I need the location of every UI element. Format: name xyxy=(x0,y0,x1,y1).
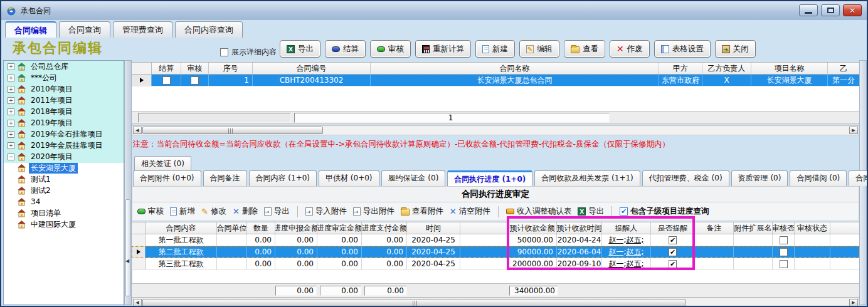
scroll-right-icon[interactable]: ▶ xyxy=(849,127,858,134)
new-button[interactable]: 新建 xyxy=(475,40,515,58)
col-name[interactable]: 合同名称 xyxy=(371,63,659,74)
tree-item-test1[interactable]: 测试1 xyxy=(4,174,124,185)
contract-row[interactable]: 1 CBHT200413302 长安湖景大厦总包合同 东营市政府 X 长安湖景大… xyxy=(132,75,859,86)
splitter-thumb[interactable] xyxy=(125,199,130,296)
clear-attachment-button[interactable]: 清空附件 xyxy=(450,206,490,217)
expand-icon[interactable] xyxy=(8,142,14,149)
col-party-a[interactable]: 甲方 xyxy=(659,63,702,74)
collapse-icon[interactable] xyxy=(8,154,14,160)
tree-item-2018[interactable]: 2018年项目 xyxy=(4,106,124,117)
tab-execution-progress[interactable]: 合同执行进度 (1+0) xyxy=(447,170,532,186)
col-seq[interactable]: 序号 xyxy=(209,63,253,74)
col-declared[interactable]: 进度申报金额 xyxy=(275,222,317,234)
tab-remarks[interactable]: 合同备注 xyxy=(203,170,247,186)
tree-item-2011[interactable]: 2011年项目 xyxy=(4,95,124,106)
tree-item-company[interactable]: ***公司 xyxy=(4,72,124,83)
tree-item-2019-jinchen[interactable]: 2019年金辰挂靠项目 xyxy=(4,140,124,151)
col-reminder[interactable]: 提醒人 xyxy=(602,222,651,234)
settle-button[interactable]: 结算 xyxy=(325,40,366,58)
col-note[interactable]: 备注 xyxy=(695,222,734,234)
export-attachment-button[interactable]: 导出附件 xyxy=(353,206,394,217)
tree-item-test2[interactable]: 测试2 xyxy=(4,185,124,196)
tab-signatures[interactable]: 相关签证 (0) xyxy=(134,156,191,170)
tree-item-2020[interactable]: 2020年项目 xyxy=(4,151,124,162)
import-attachment-button[interactable]: 导入附件 xyxy=(305,206,347,217)
contract-grid-hscrollbar[interactable]: ◀ ▶ xyxy=(132,125,859,135)
include-children-option[interactable]: 包含子级项目进度查询 xyxy=(620,206,709,217)
maximize-button[interactable] xyxy=(821,4,840,16)
tree-item-34[interactable]: 34 xyxy=(4,196,124,207)
tab-reminder[interactable]: 合同提醒 (0) xyxy=(849,170,868,186)
col-remind-flag[interactable]: 是否提醒 xyxy=(651,222,695,234)
income-adjust-button[interactable]: 收入调整确认表 xyxy=(506,206,572,217)
tree-splitter[interactable]: ◀ xyxy=(124,60,132,305)
tab-contract-query[interactable]: 合同查询 xyxy=(59,21,110,38)
tab-withheld-fees[interactable]: 代扣管理费、税金 (0) xyxy=(642,170,729,186)
audit-button[interactable]: 审核 xyxy=(370,40,411,58)
tree-item-warehouse[interactable]: 公司总仓库 xyxy=(4,61,124,72)
tab-contract-content-query[interactable]: 合同内容查询 xyxy=(175,21,243,38)
expand-icon[interactable] xyxy=(8,97,14,104)
remind-checkbox[interactable] xyxy=(669,236,677,244)
col-expected-amount[interactable]: 预计收款金额 xyxy=(508,222,557,234)
col-expected-date[interactable]: 预计收款时间 xyxy=(557,222,602,234)
remind-checkbox[interactable] xyxy=(669,248,677,256)
close-page-button[interactable]: 关闭 xyxy=(715,40,756,58)
progress-export-button[interactable]: 导出 xyxy=(264,206,290,217)
col-qty[interactable]: 数量 xyxy=(247,222,275,234)
close-button[interactable]: ✕ xyxy=(843,4,862,16)
export-button[interactable]: 导出 xyxy=(280,40,320,58)
tab-performance-bond[interactable]: 履约保证金 (0) xyxy=(381,170,446,186)
tab-contract-edit[interactable]: 合同编辑 xyxy=(5,21,56,38)
tab-receipts-invoices[interactable]: 合同收款及相关发票 (1+1) xyxy=(534,170,640,186)
col-project[interactable]: 项目名称 xyxy=(751,63,828,74)
table-settings-button[interactable]: 表格设置 xyxy=(654,40,711,58)
col-date[interactable]: 时间 xyxy=(407,222,460,234)
progress-modify-button[interactable]: 修改 xyxy=(201,206,226,217)
col-approved[interactable]: 进度审定金额 xyxy=(317,222,362,234)
col-content[interactable]: 合同内容 xyxy=(146,222,217,234)
progress-audit-button[interactable]: 审核 xyxy=(137,206,164,217)
expand-icon[interactable] xyxy=(8,108,14,115)
col-audit[interactable]: 审核 xyxy=(181,63,209,74)
tab-borrowing[interactable]: 合同借阅 (0) xyxy=(790,170,847,186)
scroll-left-icon[interactable]: ◀ xyxy=(133,127,142,134)
void-button[interactable]: 作废 xyxy=(610,40,650,58)
include-children-checkbox[interactable] xyxy=(620,207,628,216)
expand-icon[interactable] xyxy=(8,120,14,127)
show-detail-option[interactable]: 展示详细内容 xyxy=(220,47,277,58)
audited-checkbox[interactable] xyxy=(780,236,788,244)
settle-checkbox[interactable] xyxy=(162,76,171,85)
progress-row-3[interactable]: 第三批工程款 0.00 0.00 0.00 0.00 2020-04-25 20… xyxy=(132,258,859,270)
col-paid[interactable]: 进度支付金额 xyxy=(362,222,407,234)
minimize-button[interactable] xyxy=(799,4,818,16)
audited-checkbox[interactable] xyxy=(780,248,788,256)
col-code[interactable]: 合同编号 xyxy=(253,63,371,74)
col-party-b-manager[interactable]: 乙方负责人 xyxy=(702,63,751,74)
tree-item-2019-jinshi[interactable]: 2019年金石挂靠项目 xyxy=(4,128,124,140)
expand-icon[interactable] xyxy=(8,75,14,81)
col-ext[interactable]: 附件扩展名 xyxy=(734,222,773,234)
progress-add-button[interactable]: 新增 xyxy=(170,206,195,217)
excel-export-button[interactable]: 导出 xyxy=(578,206,604,217)
col-audited[interactable]: 审核否 xyxy=(773,222,795,234)
tab-mgmt-fee-query[interactable]: 管理费查询 xyxy=(113,21,172,38)
tree-item-changan[interactable]: 长安湖景大厦 xyxy=(4,162,124,174)
audit-checkbox[interactable] xyxy=(191,76,199,85)
col-party-b[interactable]: 乙 xyxy=(828,63,859,74)
tree-item-project-list[interactable]: 项目清单 xyxy=(4,207,124,219)
remind-checkbox[interactable] xyxy=(669,260,677,268)
progress-row-1[interactable]: 第一批工程款 0.00 0.00 0.00 0.00 2020-04-25 50… xyxy=(132,234,859,246)
progress-row-2[interactable]: 第二批工程款 0.00 0.00 0.00 0.00 2020-04-25 90… xyxy=(132,246,859,258)
recalculate-button[interactable]: 重新计算 xyxy=(415,40,471,58)
tab-attachments[interactable]: 合同附件 (0+0) xyxy=(133,170,201,186)
edit-button[interactable]: 编辑 xyxy=(519,40,559,58)
tree-item-zhongjian[interactable]: 中建国际大厦 xyxy=(4,219,124,230)
progress-grid-hscrollbar[interactable]: ◀ ▶ xyxy=(132,298,859,307)
col-audit-status[interactable]: 审核状态 xyxy=(795,222,830,234)
tab-owner-materials[interactable]: 甲供材 (0+0) xyxy=(319,170,379,186)
audited-checkbox[interactable] xyxy=(780,260,788,268)
tree-item-2010[interactable]: 2010年项目 xyxy=(4,83,124,95)
tree-item-2019[interactable]: 2019年项目 xyxy=(4,117,124,128)
show-detail-checkbox[interactable] xyxy=(220,48,228,56)
